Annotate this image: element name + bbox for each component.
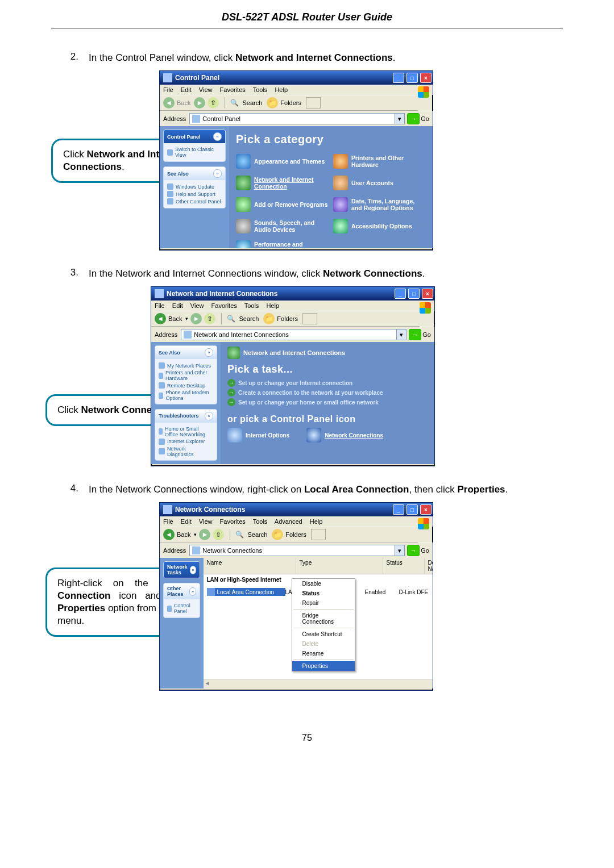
address-dropdown-button[interactable]: ▾	[395, 545, 405, 556]
cp-icon-network-connections[interactable]: Network Connections	[306, 428, 383, 443]
up-icon[interactable]: ⇧	[213, 529, 224, 540]
col-device[interactable]: Device Na	[425, 558, 433, 574]
category-network[interactable]: Network and Internet Connection	[236, 176, 329, 190]
forward-icon[interactable]: ►	[190, 313, 202, 324]
menu-view[interactable]: View	[190, 302, 204, 309]
ctx-status[interactable]: Status	[292, 589, 355, 598]
category-addremove[interactable]: Add or Remove Programs	[236, 197, 329, 212]
address-dropdown-button[interactable]: ▾	[397, 329, 406, 340]
category-sounds[interactable]: Sounds, Speech, and Audio Devices	[236, 219, 329, 233]
back-icon[interactable]: ◄	[163, 97, 175, 108]
sidebar-link[interactable]: Help and Support	[167, 191, 222, 197]
menu-help[interactable]: Help	[275, 86, 288, 93]
collapse-icon[interactable]: »	[205, 412, 213, 420]
menu-favorites[interactable]: Favorites	[220, 518, 246, 525]
menu-view[interactable]: View	[199, 518, 213, 525]
task-link-home-network[interactable]: →Set up or change your home or small off…	[227, 398, 428, 406]
ctx-rename[interactable]: Rename	[292, 649, 355, 658]
back-icon[interactable]: ◄	[155, 313, 166, 324]
collapse-icon[interactable]: «	[213, 132, 222, 141]
ctx-shortcut[interactable]: Create Shortcut	[292, 629, 355, 639]
menu-file[interactable]: File	[163, 518, 173, 525]
sidebar-link[interactable]: Phone and Modem Options	[159, 390, 213, 401]
dropdown-icon[interactable]: ▾	[185, 316, 188, 322]
sidebar-link[interactable]: Windows Update	[167, 183, 222, 190]
maximize-button[interactable]: □	[408, 289, 420, 299]
menu-edit[interactable]: Edit	[181, 518, 192, 525]
sidebar-link[interactable]: Home or Small Office Networking	[159, 426, 213, 437]
address-input[interactable]: Network Connections	[189, 545, 395, 556]
menu-advanced[interactable]: Advanced	[275, 518, 302, 525]
category-printers[interactable]: Printers and Other Hardware	[333, 154, 426, 169]
scrollbar[interactable]: ◄►	[204, 679, 433, 688]
forward-icon[interactable]: ►	[194, 97, 205, 108]
sidebar-link[interactable]: My Network Places	[159, 362, 213, 369]
category-performance[interactable]: Performance and Maintenance	[236, 240, 329, 248]
address-input[interactable]: Network and Internet Connections	[181, 329, 397, 340]
collapse-icon[interactable]: »	[190, 566, 196, 574]
collapse-icon[interactable]: »	[205, 348, 213, 357]
minimize-button[interactable]: _	[393, 73, 404, 83]
minimize-button[interactable]: _	[395, 289, 406, 299]
sidebar-link-classic-view[interactable]: Switch to Classic View	[167, 147, 222, 158]
collapse-icon[interactable]: »	[213, 169, 222, 178]
category-accessibility[interactable]: Accessibility Options	[333, 219, 426, 233]
maximize-button[interactable]: □	[406, 73, 418, 83]
menu-tools[interactable]: Tools	[244, 302, 259, 309]
ctx-repair[interactable]: Repair	[292, 598, 355, 608]
views-icon[interactable]	[302, 313, 317, 324]
cp-icon-internet-options[interactable]: Internet Options	[227, 428, 289, 443]
menu-file[interactable]: File	[155, 302, 165, 309]
address-input[interactable]: Control Panel	[189, 113, 395, 124]
col-type[interactable]: Type	[296, 558, 383, 574]
close-button[interactable]: ×	[422, 289, 433, 299]
views-icon[interactable]	[311, 529, 326, 540]
menu-file[interactable]: File	[163, 86, 173, 93]
go-button[interactable]: →	[407, 545, 420, 556]
go-button[interactable]: →	[407, 113, 420, 124]
ctx-bridge[interactable]: Bridge Connections	[292, 611, 355, 627]
menu-edit[interactable]: Edit	[172, 302, 183, 309]
sidebar-link[interactable]: Network Diagnostics	[159, 446, 213, 457]
close-button[interactable]: ×	[420, 73, 432, 83]
back-icon[interactable]: ◄	[163, 529, 175, 540]
category-datetime[interactable]: Date, Time, Language, and Regional Optio…	[333, 197, 426, 212]
sidebar-link[interactable]: Internet Explorer	[159, 439, 213, 445]
search-icon[interactable]: 🔍	[225, 313, 237, 324]
sidebar-link[interactable]: Other Control Panel	[167, 198, 222, 205]
dropdown-icon[interactable]: ▾	[194, 532, 197, 537]
forward-icon[interactable]: ►	[199, 529, 210, 540]
category-users[interactable]: User Accounts	[333, 176, 426, 190]
up-icon[interactable]: ⇧	[208, 97, 219, 108]
task-link-setup-internet[interactable]: →Set up or change your Internet connecti…	[227, 379, 428, 387]
folders-icon[interactable]: 📁	[267, 97, 278, 108]
go-button[interactable]: →	[409, 329, 421, 340]
menu-tools[interactable]: Tools	[253, 86, 268, 93]
col-status[interactable]: Status	[383, 558, 425, 574]
menu-view[interactable]: View	[199, 86, 213, 93]
col-name[interactable]: Name	[204, 558, 296, 574]
search-icon[interactable]: 🔍	[229, 97, 240, 108]
menu-help[interactable]: Help	[310, 518, 323, 525]
up-icon[interactable]: ⇧	[204, 313, 215, 324]
menu-edit[interactable]: Edit	[181, 86, 192, 93]
close-button[interactable]: ×	[420, 504, 432, 515]
ctx-properties[interactable]: Properties	[292, 661, 355, 671]
sidebar-link[interactable]: Remote Desktop	[159, 382, 213, 389]
views-icon[interactable]	[306, 97, 321, 108]
menu-favorites[interactable]: Favorites	[211, 302, 237, 309]
folders-icon[interactable]: 📁	[263, 313, 275, 324]
sidebar-link[interactable]: Control Panel	[167, 603, 196, 614]
menu-tools[interactable]: Tools	[253, 518, 268, 525]
menu-favorites[interactable]: Favorites	[220, 86, 246, 93]
ctx-disable[interactable]: Disable	[292, 579, 355, 589]
menu-help[interactable]: Help	[266, 302, 279, 309]
collapse-icon[interactable]: »	[189, 587, 196, 596]
scroll-left-icon[interactable]: ◄	[205, 680, 210, 688]
minimize-button[interactable]: _	[393, 504, 404, 515]
sidebar-link[interactable]: Printers and Other Hardware	[159, 370, 213, 381]
folders-icon[interactable]: 📁	[272, 529, 283, 540]
category-appearance[interactable]: Appearance and Themes	[236, 154, 329, 169]
search-icon[interactable]: 🔍	[234, 529, 245, 540]
maximize-button[interactable]: □	[406, 504, 418, 515]
